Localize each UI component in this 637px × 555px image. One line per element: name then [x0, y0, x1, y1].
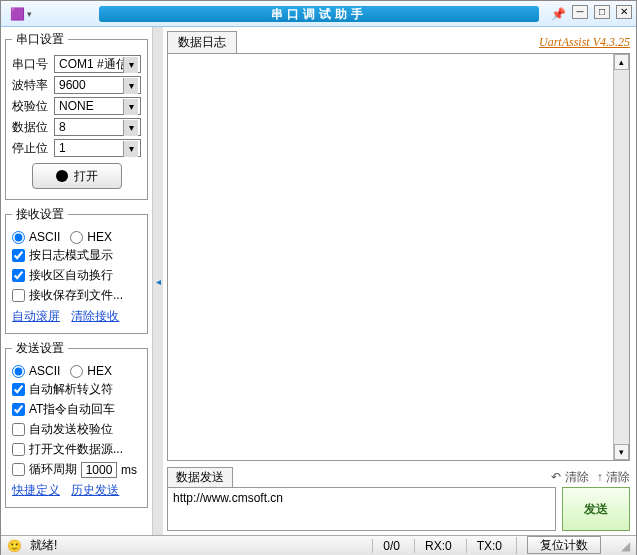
cycle-period-input[interactable]: [81, 462, 117, 478]
recv-log-mode-check[interactable]: 按日志模式显示: [12, 247, 141, 264]
parity-label: 校验位: [12, 98, 54, 115]
settings-panel: 串口设置 串口号COM1 #通信 波特率9600 校验位NONE 数据位8 停止…: [1, 27, 153, 535]
databits-label: 数据位: [12, 119, 54, 136]
clear-send-link[interactable]: ↑ 清除: [597, 469, 630, 486]
maximize-button[interactable]: □: [594, 5, 610, 19]
at-cr-check[interactable]: AT指令自动回车: [12, 401, 141, 418]
auto-checksum-check[interactable]: 自动发送校验位: [12, 421, 141, 438]
status-led-icon: 🙂: [7, 539, 22, 553]
serial-settings-group: 串口设置 串口号COM1 #通信 波特率9600 校验位NONE 数据位8 停止…: [5, 31, 148, 200]
recv-legend: 接收设置: [12, 206, 68, 223]
baud-label: 波特率: [12, 77, 54, 94]
open-label: 打开: [74, 168, 98, 185]
pin-icon[interactable]: 📌: [551, 7, 566, 21]
stopbits-select[interactable]: 1: [54, 139, 141, 157]
scroll-down-icon[interactable]: ▾: [614, 444, 629, 460]
recv-settings-group: 接收设置 ASCII HEX 按日志模式显示 接收区自动换行 接收保存到文件..…: [5, 206, 148, 334]
resize-grip-icon[interactable]: ◢: [621, 539, 630, 553]
open-port-button[interactable]: 打开: [32, 163, 122, 189]
port-label: 串口号: [12, 56, 54, 73]
log-textarea[interactable]: ▴ ▾: [167, 53, 630, 461]
log-scrollbar[interactable]: ▴ ▾: [613, 54, 629, 460]
tab-data-log[interactable]: 数据日志: [167, 31, 237, 53]
splitter-grip-icon: ◂: [156, 276, 161, 287]
status-tx: TX:0: [466, 539, 512, 553]
send-ascii-radio[interactable]: ASCII: [12, 364, 60, 378]
send-settings-group: 发送设置 ASCII HEX 自动解析转义符 AT指令自动回车 自动发送校验位 …: [5, 340, 148, 508]
auto-escape-check[interactable]: 自动解析转义符: [12, 381, 141, 398]
undo-icon[interactable]: ↶ 清除: [551, 469, 588, 486]
system-menu-dropdown[interactable]: ▾: [27, 9, 32, 19]
clear-recv-link[interactable]: 清除接收: [71, 309, 119, 323]
tab-data-send[interactable]: 数据发送: [167, 467, 233, 487]
shortcut-def-link[interactable]: 快捷定义: [12, 483, 60, 497]
recv-autowrap-check[interactable]: 接收区自动换行: [12, 267, 141, 284]
splitter[interactable]: ◂: [153, 27, 163, 535]
window-title: 串口调试助手: [99, 6, 539, 22]
reset-counter-button[interactable]: 复位计数: [527, 536, 601, 554]
scroll-up-icon[interactable]: ▴: [614, 54, 629, 70]
send-button[interactable]: 发送: [562, 487, 630, 531]
cycle-unit: ms: [121, 463, 137, 477]
serial-legend: 串口设置: [12, 31, 68, 48]
minimize-button[interactable]: ─: [572, 5, 588, 19]
send-legend: 发送设置: [12, 340, 68, 357]
recv-save-file-check[interactable]: 接收保存到文件...: [12, 287, 141, 304]
titlebar: 🟪 ▾ 串口调试助手 📌 ─ □ ✕: [1, 1, 636, 27]
cycle-send-check[interactable]: 循环周期: [12, 461, 77, 478]
port-status-icon: [56, 170, 68, 182]
recv-hex-radio[interactable]: HEX: [70, 230, 112, 244]
recv-ascii-radio[interactable]: ASCII: [12, 230, 60, 244]
baud-select[interactable]: 9600: [54, 76, 141, 94]
open-file-source-check[interactable]: 打开文件数据源...: [12, 441, 141, 458]
close-button[interactable]: ✕: [616, 5, 632, 19]
brand-link[interactable]: UartAssist V4.3.25: [539, 35, 630, 50]
parity-select[interactable]: NONE: [54, 97, 141, 115]
history-send-link[interactable]: 历史发送: [71, 483, 119, 497]
app-icon: 🟪: [10, 7, 25, 21]
status-ready: 就绪!: [30, 537, 57, 554]
send-hex-radio[interactable]: HEX: [70, 364, 112, 378]
status-progress: 0/0: [372, 539, 410, 553]
statusbar: 🙂 就绪! 0/0 RX:0 TX:0 复位计数 ◢: [1, 535, 636, 555]
autoscroll-link[interactable]: 自动滚屏: [12, 309, 60, 323]
port-select[interactable]: COM1 #通信: [54, 55, 141, 73]
status-rx: RX:0: [414, 539, 462, 553]
databits-select[interactable]: 8: [54, 118, 141, 136]
send-input[interactable]: http://www.cmsoft.cn: [167, 487, 556, 531]
stopbits-label: 停止位: [12, 140, 54, 157]
